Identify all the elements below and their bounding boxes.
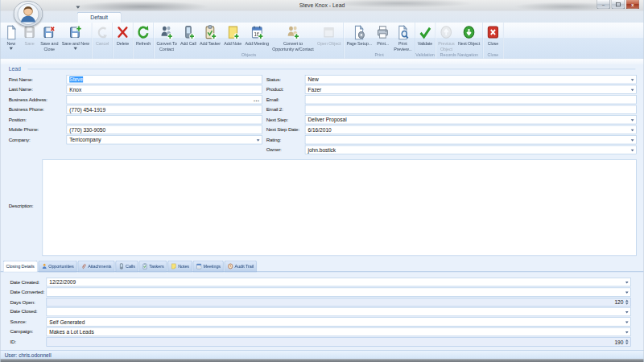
tab-label: Opportunities [48, 264, 73, 269]
spinner-control[interactable] [625, 338, 630, 346]
tab-attachments[interactable]: Attachments [77, 261, 114, 272]
tab-taskers[interactable]: Taskers [139, 261, 167, 272]
tab-default[interactable]: Default [77, 12, 122, 23]
minimize-button[interactable]: – [597, 0, 610, 9]
window-title: Steve Knox - Lead [1, 2, 644, 9]
validate-button[interactable]: Validate [416, 23, 435, 46]
convert-to-contact-button[interactable]: Convert ToContact [155, 23, 178, 51]
tab-audit-trail[interactable]: Audit Trail [225, 261, 257, 272]
button-label: Add Note [224, 41, 242, 47]
closing-date-converted-field[interactable] [47, 287, 631, 296]
dropdown-arrow-icon[interactable] [625, 331, 629, 334]
add-meeting-button[interactable]: 16Add Meeting [243, 23, 270, 46]
lead-email-2-field[interactable] [305, 105, 637, 114]
ribbon-group: NewSaveSave andCloseSave and New [1, 23, 92, 58]
tab-meetings[interactable]: Meetings [193, 261, 224, 272]
dropdown-arrow-icon[interactable] [631, 130, 634, 132]
next-object-button[interactable]: Next Object [456, 23, 482, 46]
field-value: New [308, 76, 319, 83]
lead-business-phone-label: Business Phone: [9, 105, 44, 114]
dropdown-arrow-icon[interactable] [625, 291, 629, 294]
field-value: Fazer [308, 87, 322, 93]
closing-campaign-label: Campaign: [10, 327, 34, 336]
lead-mobile-phone-field[interactable]: (770) 330-9050 [67, 125, 262, 134]
cancel-button: Cancel [93, 23, 112, 46]
field-value: john.bostick [308, 147, 336, 154]
ribbon-group-caption: Validation [415, 51, 435, 57]
app-menu-button[interactable] [14, 1, 43, 27]
dropdown-arrow-icon[interactable] [631, 79, 634, 81]
closing-date-created-field[interactable]: 12/22/2009 [47, 278, 631, 286]
save-and-close-button[interactable]: Save andClose [39, 23, 60, 51]
tab-opportunities[interactable]: Opportunities [39, 261, 77, 272]
add-note-button[interactable]: Add Note [222, 23, 243, 46]
lead-next-step-field[interactable]: Deliver Proposal [305, 115, 637, 124]
closing-source-field[interactable]: Self Generated [47, 317, 631, 326]
lead-business-address-field[interactable]: ... [67, 95, 262, 104]
next-object-icon [462, 25, 475, 40]
closing-campaign-field[interactable]: Makes a Lot Leads [47, 327, 631, 336]
add-tasker-button[interactable]: Add Tasker [198, 23, 222, 46]
lead-email-field[interactable] [305, 95, 637, 104]
close-button[interactable]: Close [484, 23, 502, 46]
save-icon [23, 25, 35, 40]
lead-position-label: Position: [9, 115, 27, 124]
lead-next-step-date-field[interactable]: 6/16/2010 [305, 125, 637, 134]
add-note-icon [226, 25, 239, 40]
tab-closing-details[interactable]: Closing Details [3, 261, 38, 272]
lead-company-field[interactable]: Terricompany [67, 135, 262, 144]
field-value: Steve [69, 76, 83, 83]
lead-business-phone-field[interactable]: (770) 454-1919 [67, 105, 262, 114]
description-field[interactable] [43, 159, 637, 256]
lead-last-name-field[interactable]: Knox [67, 85, 262, 94]
refresh-icon [137, 25, 150, 40]
lead-owner-field[interactable]: john.bostick [305, 146, 637, 154]
field-value: 190 [614, 339, 623, 345]
convert-contact-icon [160, 25, 173, 40]
delete-button[interactable]: Delete [114, 23, 132, 46]
ellipsis-button[interactable]: ... [254, 96, 260, 103]
dropdown-arrow-icon[interactable] [625, 282, 629, 284]
save-button: Save [20, 23, 39, 46]
detail-tabs: Closing DetailsOpportunitiesAttachmentsC… [3, 261, 258, 272]
add-call-button[interactable]: Add Call [179, 23, 198, 46]
ribbon-toolbar: NewSaveSave andCloseSave and NewCancelDe… [1, 23, 644, 59]
convert-to-opportunity-w-contact-button[interactable]: Convert toOpportunity w/Contact [270, 23, 316, 51]
ribbon-group: Cancel [93, 23, 114, 58]
tab-label: Calls [126, 264, 135, 269]
tab-label: Meetings [204, 264, 221, 269]
close-window-button[interactable]: x [626, 0, 640, 9]
new-button[interactable]: New [2, 23, 20, 50]
maximize-button[interactable] [611, 0, 625, 9]
ribbon-group: Delete [113, 23, 134, 58]
button-label: New [6, 41, 15, 47]
save-and-new-button[interactable]: Save and New [60, 23, 90, 50]
dropdown-arrow-icon[interactable] [257, 139, 260, 142]
tab-calls[interactable]: Calls [115, 261, 138, 272]
dropdown-arrow-icon[interactable] [625, 311, 629, 314]
lead-rating-field[interactable] [305, 135, 637, 144]
lead-first-name-field[interactable]: Steve [67, 75, 262, 84]
page-setup-button[interactable]: Page Setup... [345, 23, 374, 46]
refresh-button[interactable]: Refresh [134, 23, 153, 46]
ribbon-bottom-strip [1, 59, 644, 64]
quick-access-caret-icon[interactable] [76, 6, 80, 9]
dropdown-arrow-icon[interactable] [631, 150, 634, 152]
print-preview-button[interactable]: PrintPreview... [392, 23, 414, 51]
tab-notes[interactable]: Notes [168, 261, 192, 272]
field-value: Self Generated [49, 319, 85, 325]
lead-status-field[interactable]: New [305, 75, 637, 84]
page-setup-icon [353, 25, 365, 40]
print-button[interactable]: Print... [374, 23, 392, 46]
closing-date-closed-field[interactable] [47, 307, 631, 316]
dropdown-arrow-icon[interactable] [625, 321, 629, 323]
lead-position-field[interactable] [67, 115, 262, 124]
dropdown-arrow-icon[interactable] [631, 89, 634, 92]
field-value: (770) 454-1919 [69, 107, 105, 113]
lead-product-field[interactable]: Fazer [305, 85, 637, 94]
dropdown-arrow-icon[interactable] [631, 139, 634, 142]
button-label: Previous [438, 41, 454, 47]
spinner-control[interactable] [625, 298, 630, 306]
dropdown-arrow-icon[interactable] [631, 119, 634, 121]
field-value: 12/22/2009 [49, 279, 76, 286]
